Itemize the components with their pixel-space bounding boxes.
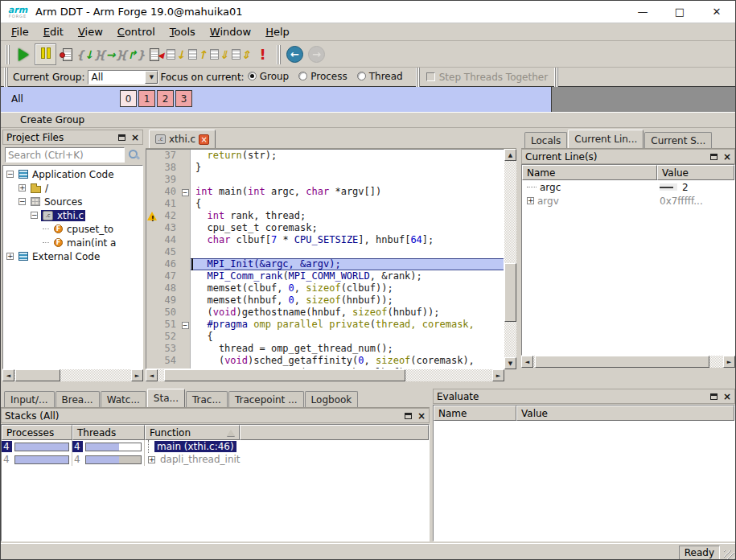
tab-current-lin[interactable]: Current Lin... [568,130,643,148]
column-name[interactable]: Name [522,165,657,180]
code-line-45[interactable]: 45 [146,246,504,258]
tab-tracepoint[interactable]: Tracepoint ... [228,391,304,407]
float-panel-icon[interactable] [710,393,717,400]
tab-locals[interactable]: Locals [524,132,567,148]
code-line-42[interactable]: 42 int rank, thread; [146,210,504,222]
tab-watc[interactable]: Watc... [101,391,146,407]
code-line-47[interactable]: 47 MPI_Comm_rank(MPI_COMM_WORLD, &rank); [146,270,504,282]
scroll-left-icon[interactable] [521,356,533,368]
tree-item-main-int-a[interactable]: main(int a [3,236,142,249]
run-button[interactable] [13,43,35,65]
fold-icon[interactable]: − [182,189,189,196]
project-files-hscrollbar[interactable] [2,369,143,381]
column-threads[interactable]: Threads [72,425,145,440]
tree-item-[interactable]: +/ [3,181,142,195]
editor-vscrollbar[interactable] [504,149,516,369]
expander-icon[interactable]: + [19,184,26,191]
code-line-49[interactable]: 49 memset(hnbuf, 0, sizeof(hnbuf)); [146,294,504,307]
expander-icon[interactable]: − [31,212,38,219]
code-line-51[interactable]: 51− #pragma omp parallel private(thread,… [146,319,504,331]
bottom-stack-frame-button[interactable]: ⇓ [208,43,230,65]
code-line-53[interactable]: 53 thread = omp_get_thread_num(); [146,343,504,355]
toolbar-handle[interactable] [6,45,10,64]
scroll-right-icon[interactable] [492,369,504,381]
code-line-52[interactable]: 52 { [146,331,504,343]
pause-button[interactable] [35,43,56,65]
close-panel-icon[interactable] [723,393,731,401]
variables-hscrollbar[interactable] [521,356,735,368]
code-line-43[interactable]: 43 cpu_set_t coremask; [146,222,504,234]
expander-icon[interactable]: − [6,171,14,178]
create-group-bar[interactable]: Create Group [1,112,735,128]
menu-help[interactable]: Help [258,24,297,39]
toolbar-handle[interactable] [416,68,420,87]
close-panel-icon[interactable] [131,134,139,142]
radio-group[interactable]: Group [248,71,290,82]
stack-row-dapli-thread-init[interactable]: 44+dapli_thread_init [2,453,429,466]
scroll-left-icon[interactable] [2,369,14,381]
tab-logbook[interactable]: Logbook [305,391,359,407]
add-breakpoint-button[interactable] [56,43,78,65]
toolbar-handle[interactable] [4,68,8,87]
code-line-50[interactable]: 50 (void)gethostname(hnbuf, sizeof(hnbuf… [146,307,504,319]
variable-row-argv[interactable]: +argv0x7fffff... [522,194,734,208]
expander-icon[interactable]: + [148,456,155,463]
scroll-up-icon[interactable] [504,149,516,161]
step-over-button[interactable]: {→} [100,43,121,65]
code-line-40[interactable]: 40−int main(int argc, char *argv[]) [146,186,504,198]
scroll-thumb[interactable] [15,369,60,381]
scroll-left-icon[interactable] [146,369,158,381]
step-threads-together-checkbox[interactable]: Step Threads Together [426,72,548,83]
scroll-right-icon[interactable] [723,356,735,368]
tab-xthi-c[interactable]: xthi.c [149,130,216,148]
float-panel-icon[interactable] [405,413,412,419]
column-value[interactable]: Value [516,406,734,421]
tab-brea[interactable]: Brea... [56,391,100,407]
current-group-select[interactable]: All [88,70,158,84]
fold-icon[interactable]: − [182,322,189,329]
scroll-down-icon[interactable] [504,357,516,369]
process-group-row-all[interactable]: All 0123 [1,87,735,112]
back-button[interactable]: ← [284,43,306,65]
column-function[interactable]: Function [145,425,240,440]
float-panel-icon[interactable] [118,134,125,141]
close-panel-icon[interactable] [417,412,426,420]
code-line-37[interactable]: 37 return(str); [146,150,504,162]
close-tab-icon[interactable] [199,134,209,145]
code-line-46[interactable]: 46 MPI_Init(&argc, &argv); [146,258,504,270]
process-box-0[interactable]: 0 [120,90,137,107]
scroll-right-icon[interactable] [131,369,143,381]
align-stacks-button[interactable]: ⇕ [230,43,252,65]
close-panel-icon[interactable] [723,153,731,161]
run-to-line-button[interactable]: ◀ [143,43,165,65]
scroll-thumb[interactable] [535,356,709,368]
scroll-thumb[interactable] [164,369,405,381]
tab-trac[interactable]: Trac... [186,391,228,407]
menu-window[interactable]: Window [203,24,258,39]
search-input[interactable] [5,147,125,163]
evaluate-grid[interactable]: Name Value [433,405,735,541]
menu-edit[interactable]: Edit [36,24,71,39]
code-line-44[interactable]: 44 char clbuf[7 * CPU_SETSIZE], hnbuf[64… [146,234,504,246]
menu-tools[interactable]: Tools [162,24,203,39]
expander-icon[interactable]: + [527,197,534,204]
chevron-down-icon[interactable] [145,71,158,84]
variable-row-argc[interactable]: argc2 [522,180,734,194]
column-name[interactable]: Name [434,406,516,421]
code-line-48[interactable]: 48 memset(clbuf, 0, sizeof(clbuf)); [146,282,504,294]
resize-grip[interactable] [724,550,734,560]
tree-item-xthi-c[interactable]: −xthi.c [3,208,142,222]
process-box-2[interactable]: 2 [157,90,174,107]
tab-current-s[interactable]: Current S... [644,132,712,148]
stack-row-main-xthi-c-46[interactable]: 44main (xthi.c:46) [2,440,429,453]
tree-item-external-code[interactable]: +External Code [3,249,142,263]
maximize-button[interactable]: □ [661,1,698,23]
up-stack-frame-button[interactable]: ↑ [187,43,208,65]
expander-icon[interactable]: + [6,253,14,260]
tab-input[interactable]: Input/... [4,391,55,407]
stop-button[interactable]: ! [252,43,273,65]
menu-file[interactable]: File [4,24,36,39]
code-line-54[interactable]: 54 (void)sched_getaffinity(0, sizeof(cor… [146,355,504,367]
code-line-39[interactable]: 39 [146,174,504,186]
tree-item-application-code[interactable]: −Application Code [3,167,142,181]
